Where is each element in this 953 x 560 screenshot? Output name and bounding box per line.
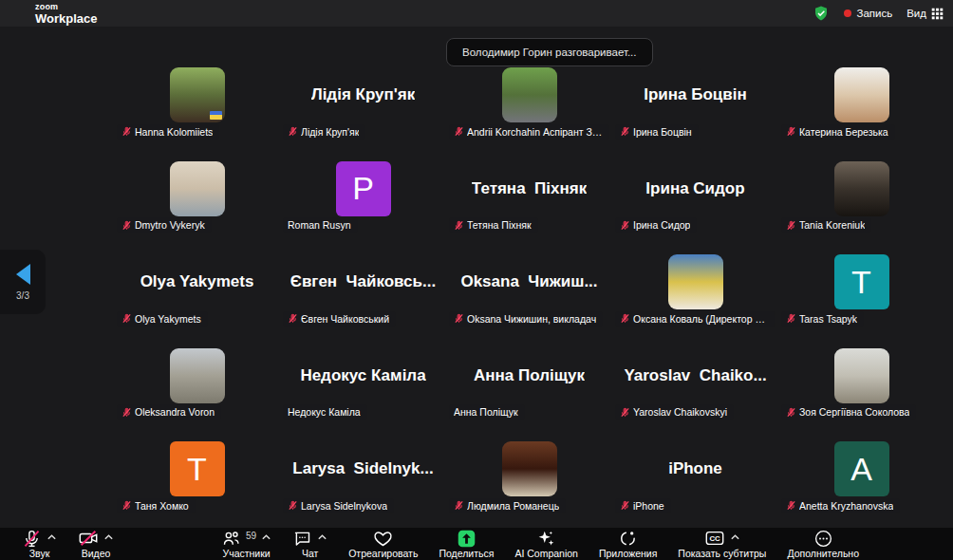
- ai-companion-label: AI Companion: [514, 548, 578, 559]
- recording-label: Запись: [856, 8, 892, 19]
- chevron-up-icon[interactable]: [103, 533, 114, 541]
- mic-muted-icon: [786, 313, 796, 324]
- participant-display-name: Лідія Круп'як: [311, 85, 416, 104]
- toolbar-ai-companion[interactable]: AI Companion: [504, 528, 589, 559]
- heart-icon: [373, 529, 393, 549]
- participant-name: Людмила Романець: [467, 500, 559, 512]
- toolbar-more[interactable]: Дополнительно: [776, 528, 869, 559]
- participant-photo: [170, 348, 225, 403]
- mic-muted-icon: [121, 126, 132, 137]
- participant-tile[interactable]: Зоя Сергіївна Соколова: [778, 329, 944, 423]
- security-shield-icon[interactable]: [813, 5, 830, 22]
- video-label: Видео: [82, 548, 111, 559]
- top-bar: zoom Workplace Запись Вид: [0, 0, 953, 27]
- participant-initial-avatar: A: [834, 441, 889, 496]
- participant-name: Andrii Korchahin Аспірант ЗУНУ: [467, 126, 603, 138]
- participant-tile[interactable]: Оксана Коваль (Директор ННІК): [612, 235, 778, 329]
- participant-name-label: Anetta Kryzhanovska: [781, 498, 900, 513]
- participant-tile[interactable]: Тетяна ПіхнякТетяна Піхняк: [446, 142, 612, 236]
- participant-tile[interactable]: iPhoneiPhone: [612, 422, 778, 516]
- participant-name-label: Tania Koreniuk: [781, 217, 871, 233]
- mic-muted-icon: [121, 220, 132, 231]
- participants-icon: [221, 529, 241, 549]
- participant-initial-avatar: P: [336, 161, 391, 216]
- participant-tile[interactable]: Oksana Чижиш...Oksana Чижишин, викладач: [446, 235, 612, 329]
- participant-tile[interactable]: Dmytro Vykeryk: [114, 142, 280, 236]
- bottom-toolbar: ЗвукВидео59УчастникиЧатОтреагироватьПоде…: [0, 528, 953, 560]
- toolbar-chat[interactable]: Чат: [282, 528, 338, 559]
- participant-name-label: Таня Хомко: [117, 498, 196, 513]
- participant-name: Євген Чайковський: [301, 313, 389, 325]
- audio-label: Звук: [29, 548, 50, 559]
- participant-tile[interactable]: Larysa Sidelnyk...Larysa Sidelnykova: [280, 422, 446, 516]
- recording-indicator[interactable]: Запись: [844, 8, 892, 19]
- toolbar-react[interactable]: Отреагировать: [338, 528, 428, 559]
- react-icon-row: [373, 530, 393, 547]
- chevron-up-icon[interactable]: [47, 533, 57, 541]
- participant-tile[interactable]: Анна ПоліщукАнна Поліщук: [446, 329, 612, 423]
- mic-muted-icon: [786, 500, 796, 511]
- gallery-stage: Володимир Горин разговаривает... 3/3 Han…: [0, 27, 953, 528]
- react-label: Отреагировать: [348, 548, 418, 559]
- participant-name-label: Roman Rusyn: [283, 217, 358, 233]
- participant-tile[interactable]: Hanna Kolomiiets: [114, 48, 280, 142]
- chevron-up-icon[interactable]: [730, 533, 740, 541]
- participant-tile[interactable]: Людмила Романець: [446, 422, 612, 516]
- mic-muted-icon: [620, 220, 630, 231]
- participant-tile[interactable]: TTaras Tsapyk: [778, 235, 944, 329]
- grid-view-icon: [931, 8, 944, 20]
- zoom-meeting-window: zoom Workplace Запись Вид Володимир Гори…: [0, 0, 953, 560]
- chevron-up-icon[interactable]: [261, 533, 271, 541]
- participants-count: 59: [246, 531, 256, 541]
- participant-tile[interactable]: Oleksandra Voron: [114, 329, 280, 423]
- participant-tile[interactable]: Olya YakymetsOlya Yakymets: [114, 235, 280, 329]
- toolbar-share[interactable]: Поделиться: [428, 528, 504, 559]
- participant-display-name: Тетяна Піхняк: [472, 179, 587, 198]
- chevron-up-icon[interactable]: [317, 533, 327, 541]
- audio-icon-row: [22, 530, 57, 547]
- participant-name-label: Людмила Романець: [449, 498, 566, 513]
- toolbar-participants[interactable]: 59Участники: [211, 528, 282, 559]
- previous-page-arrow-icon[interactable]: [16, 264, 30, 285]
- mic-muted-icon: [454, 220, 464, 231]
- participant-tile[interactable]: Yaroslav Chaiko...Yaroslav Chaikovskyi: [612, 329, 778, 423]
- sparkle-icon: [536, 529, 556, 549]
- participant-tile[interactable]: Tania Koreniuk: [778, 142, 944, 236]
- gallery-page-nav[interactable]: 3/3: [0, 250, 46, 314]
- mic-muted-icon: [786, 126, 796, 137]
- participant-name: Oleksandra Voron: [135, 406, 215, 418]
- participant-tile[interactable]: Лідія Круп'якЛідія Круп'як: [280, 48, 446, 142]
- participant-tile[interactable]: Недокус КамілаНедокус Каміла: [280, 329, 446, 423]
- mic-muted-icon: [454, 313, 464, 324]
- view-button[interactable]: Вид: [906, 8, 944, 20]
- participant-display-name: Olya Yakymets: [140, 272, 254, 291]
- participant-tile[interactable]: TТаня Хомко: [114, 422, 280, 516]
- participant-display-name: Ірина Сидор: [645, 179, 744, 198]
- toolbar-audio[interactable]: Звук: [11, 528, 67, 559]
- participant-name: Недокус Каміла: [288, 406, 361, 418]
- participant-name-label: Dmytro Vykeryk: [117, 217, 212, 233]
- participant-tile[interactable]: Катерина Березька: [778, 48, 944, 142]
- participant-photo: [834, 67, 889, 122]
- page-indicator: 3/3: [16, 290, 29, 301]
- participant-tile[interactable]: Євген Чайковсь...Євген Чайковський: [280, 235, 446, 329]
- participant-tile[interactable]: AAnetta Kryzhanovska: [778, 422, 944, 516]
- toolbar-apps[interactable]: Приложения: [589, 528, 667, 559]
- participant-tile[interactable]: Ірина СидорІрина Сидор: [612, 142, 778, 236]
- mic-muted-icon: [288, 313, 298, 324]
- participant-name: Tania Koreniuk: [799, 219, 865, 231]
- participant-name: Taras Tsapyk: [799, 313, 857, 325]
- apps-icon: [618, 529, 638, 549]
- participant-name-label: Зоя Сергіївна Соколова: [781, 404, 916, 420]
- share-icon-row: [457, 530, 476, 547]
- participant-display-name: Недокус Каміла: [300, 366, 425, 385]
- participant-name: Larysa Sidelnykova: [301, 500, 387, 512]
- participant-display-name: Євген Чайковсь...: [290, 272, 436, 291]
- toolbar-captions[interactable]: CCПоказать субтитры: [667, 528, 776, 559]
- recording-dot-icon: [844, 9, 851, 17]
- participant-tile[interactable]: PRoman Rusyn: [280, 142, 446, 236]
- captions-label: Показать субтитры: [678, 548, 766, 559]
- chat-label: Чат: [302, 548, 318, 559]
- participant-name: Таня Хомко: [135, 500, 189, 512]
- toolbar-video[interactable]: Видео: [67, 528, 124, 559]
